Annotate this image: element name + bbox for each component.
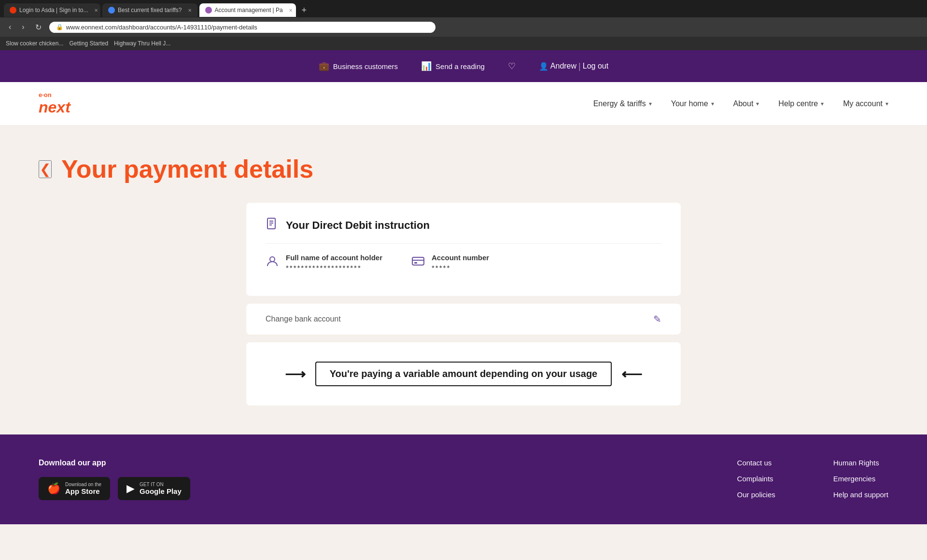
variable-payment-card: ⟶ You're paying a variable amount depend…: [246, 342, 681, 406]
footer-content: Download our app 🍎 Download on the App S…: [39, 459, 888, 500]
meter-icon: 📊: [421, 61, 432, 71]
account-holder-info: Full name of account holder ************…: [286, 253, 382, 272]
chevron-down-icon: ▾: [649, 100, 652, 107]
nav-my-account[interactable]: My account ▾: [843, 99, 888, 108]
svg-rect-5: [412, 257, 424, 265]
browser-chrome: Login to Asda | Sign in to... ✕ Best cur…: [0, 0, 927, 50]
account-number-info: Account number *****: [432, 253, 489, 272]
google-name: Google Play: [140, 487, 182, 495]
nav-my-account-label: My account: [843, 99, 883, 108]
document-icon: [266, 217, 279, 234]
tab-3-icon: [205, 7, 212, 14]
page-header: ❮ Your payment details: [39, 154, 888, 183]
main-header: e·on next Energy & tariffs ▾ Your home ▾…: [0, 82, 927, 126]
complaints-link[interactable]: Complaints: [737, 475, 775, 483]
user-area: 👤 Andrew | Log out: [539, 61, 608, 71]
heart-icon-link[interactable]: ♡: [508, 61, 516, 71]
google-play-info: GET IT ON Google Play: [140, 482, 182, 495]
bookmarks-bar: Slow cooker chicken... Getting Started H…: [0, 37, 927, 50]
briefcase-icon: 💼: [319, 61, 329, 71]
nav-help-centre-label: Help centre: [778, 99, 818, 108]
page-content: ❮ Your payment details Your Direct Debit…: [0, 126, 927, 434]
logout-link[interactable]: Log out: [583, 62, 608, 70]
chevron-down-icon: ▾: [821, 100, 824, 107]
google-icon: ▶: [126, 482, 135, 495]
emergencies-link[interactable]: Emergencies: [833, 475, 888, 483]
business-customers-link[interactable]: 💼 Business customers: [319, 61, 398, 71]
business-customers-label: Business customers: [333, 62, 398, 70]
direct-debit-fields: Full name of account holder ************…: [266, 243, 661, 281]
footer-links: Contact us Complaints Our policies Human…: [737, 459, 888, 500]
contact-us-link[interactable]: Contact us: [737, 459, 775, 467]
new-tab-button[interactable]: +: [298, 5, 311, 15]
account-holder-label: Full name of account holder: [286, 253, 382, 262]
download-app-title: Download our app: [39, 459, 190, 467]
footer-col-2: Human Rights Emergencies Help and suppor…: [833, 459, 888, 500]
policies-link[interactable]: Our policies: [737, 490, 775, 499]
bookmark-2[interactable]: Getting Started: [69, 40, 108, 47]
back-nav-button[interactable]: ‹: [6, 22, 14, 32]
tab-2[interactable]: Best current fixed tariffs? ✕: [102, 3, 197, 17]
top-nav-bar: 💼 Business customers 📊 Send a reading ♡ …: [0, 50, 927, 82]
app-store-small: Download on the: [65, 482, 101, 487]
svg-point-4: [270, 257, 275, 262]
tab-1-icon: [10, 7, 16, 14]
tab-3[interactable]: Account management | Pa ✕: [199, 3, 296, 17]
bookmark-1[interactable]: Slow cooker chicken...: [6, 40, 63, 47]
direct-debit-heading: Your Direct Debit instruction: [286, 219, 430, 232]
app-store-button[interactable]: 🍎 Download on the App Store: [39, 477, 110, 500]
tab-bar: Login to Asda | Sign in to... ✕ Best cur…: [0, 0, 927, 17]
tab-2-label: Best current fixed tariffs?: [118, 7, 182, 14]
tab-3-close[interactable]: ✕: [289, 8, 293, 13]
chevron-down-icon: ▾: [756, 100, 759, 107]
back-button[interactable]: ❮: [39, 160, 52, 178]
change-bank-label: Change bank account: [266, 315, 341, 323]
lock-icon: 🔒: [56, 24, 63, 30]
forward-nav-button[interactable]: ›: [19, 22, 27, 32]
heart-icon: ♡: [508, 61, 516, 71]
nav-about-label: About: [733, 99, 754, 108]
tab-2-icon: [108, 7, 115, 14]
chevron-down-icon: ▾: [885, 100, 888, 107]
logo-eon: e·on: [39, 91, 70, 98]
account-number-label: Account number: [432, 253, 489, 262]
account-holder-value: ********************: [286, 264, 382, 272]
send-reading-label: Send a reading: [435, 62, 485, 70]
reload-button[interactable]: ↻: [32, 22, 44, 33]
change-bank-card: Change bank account ✎: [246, 304, 681, 335]
nav-your-home[interactable]: Your home ▾: [671, 99, 714, 108]
nav-energy-tariffs[interactable]: Energy & tariffs ▾: [593, 99, 652, 108]
address-bar: ‹ › ↻ 🔒 www.eonnext.com/dashboard/accoun…: [0, 17, 927, 37]
tab-2-close[interactable]: ✕: [188, 8, 192, 13]
divider: |: [578, 61, 581, 71]
logo[interactable]: e·on next: [39, 91, 70, 116]
direct-debit-title: Your Direct Debit instruction: [266, 217, 661, 234]
help-support-link[interactable]: Help and support: [833, 490, 888, 499]
tab-3-label: Account management | Pa: [215, 7, 283, 14]
nav-about[interactable]: About ▾: [733, 99, 759, 108]
edit-icon[interactable]: ✎: [653, 313, 661, 325]
account-number-field: Account number *****: [411, 253, 489, 272]
footer: Download our app 🍎 Download on the App S…: [0, 434, 927, 524]
variable-payment-text: You're paying a variable amount dependin…: [315, 362, 612, 386]
address-text: www.eonnext.com/dashboard/accounts/A-149…: [66, 24, 257, 31]
footer-app-section: Download our app 🍎 Download on the App S…: [39, 459, 190, 500]
user-icon: 👤: [539, 62, 548, 71]
page-title: Your payment details: [61, 154, 313, 183]
google-play-button[interactable]: ▶ GET IT ON Google Play: [118, 477, 190, 500]
tab-1-close[interactable]: ✕: [94, 8, 98, 13]
card-icon: [411, 254, 425, 271]
app-buttons: 🍎 Download on the App Store ▶ GET IT ON …: [39, 477, 190, 500]
chevron-down-icon: ▾: [711, 100, 714, 107]
nav-your-home-label: Your home: [671, 99, 708, 108]
apple-icon: 🍎: [47, 482, 60, 495]
tab-1[interactable]: Login to Asda | Sign in to... ✕: [4, 3, 100, 17]
bookmark-3[interactable]: Highway Thru Hell J...: [114, 40, 170, 47]
human-rights-link[interactable]: Human Rights: [833, 459, 888, 467]
footer-col-1: Contact us Complaints Our policies: [737, 459, 775, 500]
send-reading-link[interactable]: 📊 Send a reading: [421, 61, 485, 71]
arrow-left-icon: ⟵: [621, 365, 642, 382]
nav-help-centre[interactable]: Help centre ▾: [778, 99, 824, 108]
logo-next: next: [39, 98, 70, 116]
address-input[interactable]: 🔒 www.eonnext.com/dashboard/accounts/A-1…: [49, 22, 435, 33]
